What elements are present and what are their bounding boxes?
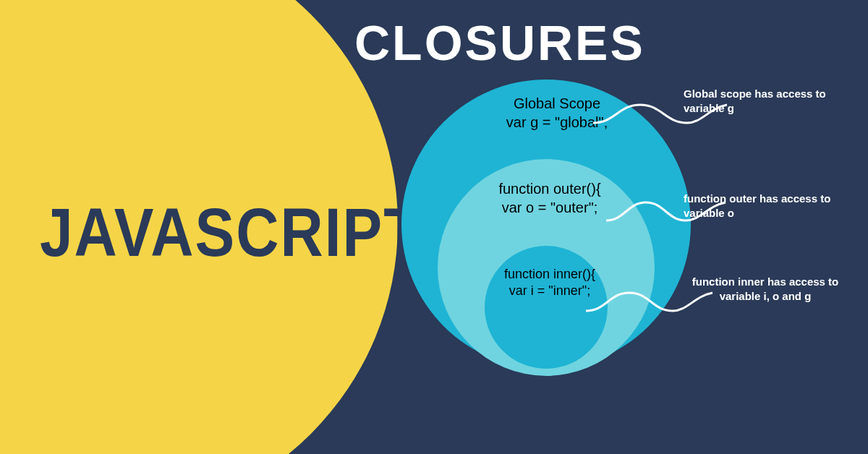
annotation-inner: function inner has access to variable i,…: [671, 275, 859, 303]
outer-scope-text: function outer(){ var o = "outer";: [492, 179, 608, 217]
closures-title: CLOSURES: [354, 14, 645, 71]
inner-scope-line2: var i = "inner";: [509, 283, 590, 298]
outer-scope-line1: function outer(){: [498, 181, 600, 197]
annotation-global: Global scope has access to variable g: [684, 87, 864, 115]
inner-scope-line1: function inner(){: [504, 267, 595, 281]
annotation-outer: function outer has access to variable o: [684, 192, 864, 220]
global-scope-line1: Global Scope: [514, 95, 600, 111]
javascript-title: JAVASCRIPT: [40, 194, 421, 272]
outer-scope-line2: var o = "outer";: [502, 200, 598, 215]
